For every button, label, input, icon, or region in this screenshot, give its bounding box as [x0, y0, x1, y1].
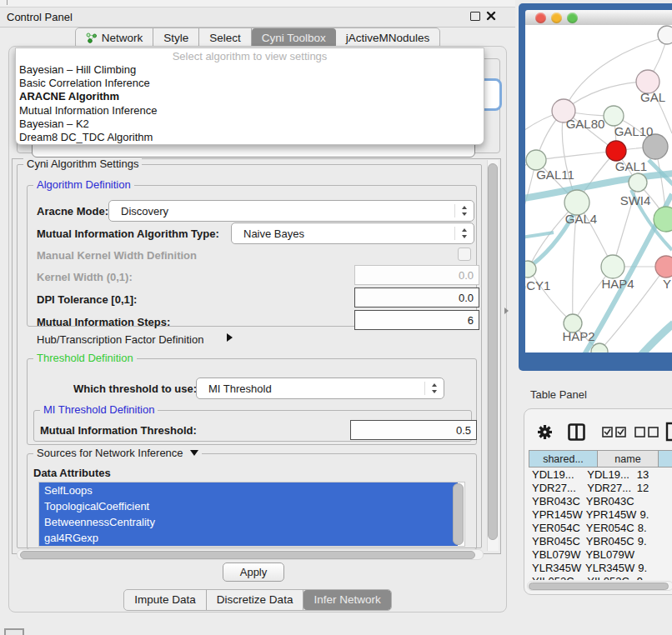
network-node[interactable] [604, 106, 624, 126]
sources-collapse-arrow-icon[interactable] [190, 450, 198, 456]
gear-icon[interactable] [537, 424, 553, 440]
minimize-traffic-light[interactable] [551, 12, 562, 23]
attribute-item-gal4rgexp[interactable]: gal4RGexp [39, 530, 458, 546]
attribute-item-betweennesscentrality[interactable]: BetweennessCentrality [39, 514, 458, 530]
network-node[interactable] [629, 173, 647, 192]
attribute-item-topologicalcoefficient[interactable]: TopologicalCoefficient [39, 498, 458, 514]
dpi-tolerance-label: DPI Tolerance [0,1]: [37, 293, 137, 306]
algorithm-option-bayesian-k2[interactable]: Bayesian – K2 [16, 118, 484, 131]
mi-steps-field[interactable]: 6 [354, 310, 479, 330]
table-row[interactable]: YLR345WYLR345W9. [529, 561, 672, 574]
float-panel-icon[interactable] [470, 12, 480, 21]
tab-discretize-data[interactable]: Discretize Data [207, 590, 304, 610]
close-traffic-light[interactable] [535, 12, 546, 23]
column-header-shared-[interactable]: shared... [529, 450, 598, 468]
node-table-header: shared...nameA [529, 450, 672, 468]
table-cell: YBR045C [583, 535, 634, 548]
algorithm-definition-legend: Algorithm Definition [33, 179, 134, 191]
bottom-tab-bar-wrap: Impute DataDiscretize DataInfer Network [0, 589, 515, 609]
aracne-mode-combo[interactable]: Discovery [108, 200, 474, 222]
manual-kernel-checkbox[interactable] [458, 248, 471, 261]
mi-threshold-label: Mutual Information Threshold: [40, 424, 197, 437]
network-node[interactable] [658, 26, 672, 44]
aracne-mode-label: Aracne Mode: [37, 205, 108, 218]
node-label-gal4: GAL4 [565, 212, 597, 226]
screen: Control Panel NetworkStyleSelectCyni Too… [0, 0, 672, 635]
network-edge[interactable] [536, 151, 616, 160]
node-label-gal10: GAL10 [614, 124, 654, 138]
table-row[interactable]: YDL19...YDL19...13 [529, 468, 672, 481]
kernel-width-field[interactable]: 0.0 [354, 265, 479, 285]
table-row[interactable]: YDR27...YDR27...12 [529, 481, 672, 494]
table-cell: YDL19... [584, 468, 633, 481]
network-edge[interactable] [525, 232, 554, 238]
settings-vscrollbar-thumb[interactable] [488, 163, 498, 540]
algorithm-option-aracne-algorithm[interactable]: ARACNE Algorithm [16, 90, 484, 103]
table-cell: 13 [634, 468, 672, 481]
table-cell: 12 [634, 482, 672, 494]
minimized-panel-icon[interactable] [4, 628, 24, 635]
algorithm-dropdown-popup: Select algorithm to view settings Bayesi… [15, 48, 484, 145]
mi-threshold-field[interactable]: 0.5 [350, 420, 477, 440]
deselect-all-checkboxes-icon[interactable] [634, 427, 659, 438]
table-cell: 9. [636, 508, 672, 521]
table-row[interactable]: YIL052CYIL052C9 [529, 574, 672, 580]
network-node[interactable] [601, 255, 624, 278]
table-cell: 9 [634, 575, 672, 581]
table-row[interactable]: YBR045CYBR045C9. [529, 534, 672, 548]
settings-hscrollbar-thumb[interactable] [20, 551, 475, 559]
combo-down-arrow-icon [462, 212, 467, 216]
algorithm-option-basic-correlation-inference[interactable]: Basic Correlation Inference [16, 77, 484, 90]
combo-up-arrow-icon [462, 228, 467, 232]
algorithm-option-mutual-information-inference[interactable]: Mutual Information Inference [16, 104, 484, 118]
zoom-traffic-light[interactable] [567, 12, 578, 23]
network-node[interactable] [606, 141, 626, 161]
cyni-settings-legend: Cyni Algorithm Settings [23, 158, 142, 170]
apply-button[interactable]: Apply [223, 562, 284, 582]
split-panel-icon[interactable] [568, 423, 585, 441]
table-row[interactable]: YBR043CYBR043C [529, 494, 672, 508]
tab-infer-network[interactable]: Infer Network [303, 590, 390, 610]
threshold-definition-legend: Threshold Definition [33, 352, 137, 364]
sources-legend-text: Sources for Network Inference [37, 447, 183, 459]
mi-threshold-legend: MI Threshold Definition [40, 404, 158, 416]
panel-divider-handle[interactable] [504, 308, 509, 314]
table-row[interactable]: YBL079WYBL079W [529, 548, 672, 561]
network-node[interactable] [655, 256, 672, 278]
table-row[interactable]: YPR145WYPR145W9. [529, 508, 672, 521]
hub-expand-arrow-icon[interactable] [227, 333, 233, 342]
attributes-vscrollbar-thumb[interactable] [453, 483, 464, 545]
algorithm-option-bayesian-hill-climbing[interactable]: Bayesian – Hill Climbing [16, 63, 484, 77]
network-edge[interactable] [529, 269, 573, 323]
new-table-icon[interactable] [665, 422, 672, 442]
attribute-item-selfloops[interactable]: SelfLoops [39, 482, 458, 498]
tab-impute-data[interactable]: Impute Data [124, 590, 207, 610]
algorithm-option-dream8-dc-tdc-algorithm[interactable]: Dream8 DC_TDC Algorithm [16, 131, 484, 144]
close-icon[interactable] [486, 11, 496, 21]
dpi-tolerance-field[interactable]: 0.0 [354, 288, 479, 308]
which-threshold-combo[interactable]: MI Threshold [196, 378, 444, 399]
sources-legend[interactable]: Sources for Network Inference [33, 448, 202, 459]
tab-label: Impute Data [134, 593, 196, 606]
table-cell: YPR145W [529, 508, 583, 521]
column-header-a[interactable]: A [659, 450, 672, 468]
network-window-titlebar[interactable] [525, 10, 672, 26]
table-hscrollbar-thumb[interactable] [529, 582, 669, 590]
combo-up-arrow-icon [432, 383, 437, 387]
top-tick [7, 0, 8, 5]
table-cell: YER054C [583, 522, 634, 534]
hub-definition-label[interactable]: Hub/Transcription Factor Definition [37, 333, 203, 346]
select-all-checkboxes-icon[interactable] [602, 427, 626, 438]
panel-title: Control Panel [0, 11, 73, 23]
network-edge[interactable] [640, 323, 672, 352]
node-label-hap2: HAP2 [562, 329, 594, 343]
node-label-y: Y [663, 277, 671, 291]
table-row[interactable]: YER054CYER054C8. [529, 521, 672, 534]
bottom-tab-bar: Impute DataDiscretize DataInfer Network [123, 589, 391, 611]
column-header-name[interactable]: name [598, 450, 659, 468]
manual-kernel-label: Manual Kernel Width Definition [37, 249, 197, 262]
network-edge[interactable] [564, 82, 648, 111]
table-cell: YBR045C [529, 535, 583, 548]
mi-type-combo[interactable]: Naive Bayes [231, 222, 474, 244]
network-canvas[interactable]: GALGAL80GAL10GAL1GAL11SWI4GAL4GCY1HAP4YH… [525, 25, 672, 352]
